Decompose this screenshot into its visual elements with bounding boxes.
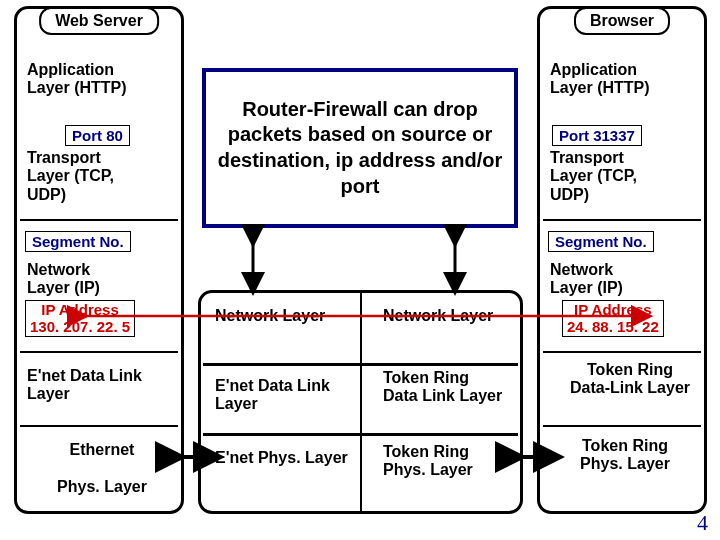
- phys-right: Token Ring Phys. Layer: [560, 437, 690, 474]
- router-divider: [360, 293, 362, 511]
- browser-title: Browser: [574, 7, 670, 35]
- dlink-right-line1: Token Ring: [587, 361, 673, 378]
- dlink-left: E'net Data Link Layer: [27, 367, 147, 404]
- dlink-right-line2: Data-Link Layer: [570, 379, 690, 396]
- router-phys-right: Token Ring Phys. Layer: [383, 443, 523, 480]
- router-dlink-right: Token Ring Data Link Layer: [383, 369, 523, 406]
- router-dlink-right-l2: Data Link Layer: [383, 387, 502, 404]
- dlink-right: Token Ring Data-Link Layer: [560, 361, 700, 398]
- arrow-phys-right: [505, 445, 555, 469]
- app-layer-right: Application Layer (HTTP): [550, 61, 660, 98]
- phys-left-line1: Ethernet: [70, 441, 135, 458]
- phys-right-line1: Token Ring: [582, 437, 668, 454]
- arrow-fw-router-right: [440, 230, 470, 290]
- phys-right-line2: Phys. Layer: [580, 455, 670, 472]
- router-phys-left: E'net Phys. Layer: [215, 449, 355, 467]
- arrow-phys-left: [165, 445, 215, 469]
- arrow-ip-link: [70, 308, 650, 324]
- transport-layer-left: Transport Layer (TCP, UDP): [27, 149, 147, 204]
- page-number: 4: [697, 510, 708, 536]
- segment-no-right: Segment No.: [548, 231, 654, 252]
- firewall-description: Router-Firewall can drop packets based o…: [202, 68, 518, 228]
- network-layer-left: Network Layer (IP): [27, 261, 137, 298]
- transport-layer-right: Transport Layer (TCP, UDP): [550, 149, 670, 204]
- browser-stack: Browser Application Layer (HTTP) Port 31…: [537, 6, 707, 514]
- web-server-title: Web Server: [39, 7, 159, 35]
- app-layer-left: Application Layer (HTTP): [27, 61, 137, 98]
- arrow-fw-router-left: [238, 230, 268, 290]
- phys-left: Ethernet Phys. Layer: [37, 441, 167, 496]
- router-dlink-right-l1: Token Ring: [383, 369, 469, 386]
- port-right: Port 31337: [552, 125, 642, 146]
- router-phys-right-l1: Token Ring: [383, 443, 469, 460]
- router-phys-right-l2: Phys. Layer: [383, 461, 473, 478]
- port-left: Port 80: [65, 125, 130, 146]
- router-dlink-left: E'net Data Link Layer: [215, 377, 355, 414]
- phys-left-line2: Phys. Layer: [57, 478, 147, 495]
- network-layer-right: Network Layer (IP): [550, 261, 660, 298]
- segment-no-left: Segment No.: [25, 231, 131, 252]
- web-server-stack: Web Server Application Layer (HTTP) Port…: [14, 6, 184, 514]
